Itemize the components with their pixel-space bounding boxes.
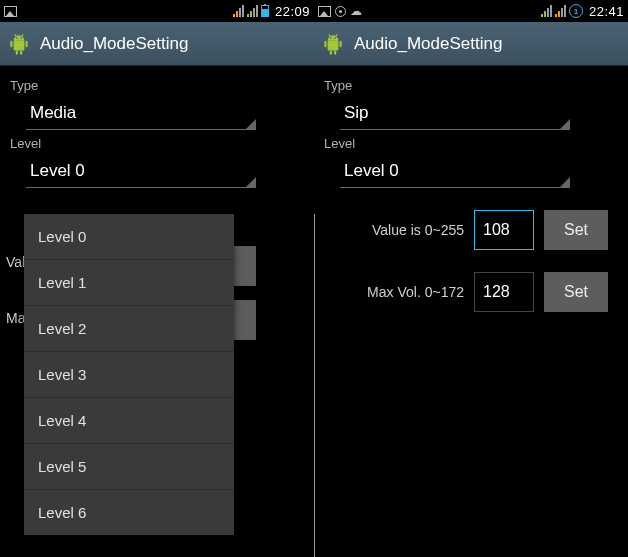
- svg-rect-0: [14, 40, 25, 50]
- dropdown-item[interactable]: Level 6: [24, 490, 234, 535]
- type-spinner[interactable]: Sip: [340, 97, 570, 130]
- type-label: Type: [324, 78, 620, 93]
- left-screenshot: 22:09 Audio_ModeSetting Type Media Level…: [0, 0, 314, 557]
- level-dropdown: Level 0 Level 1 Level 2 Level 3 Level 4 …: [24, 214, 234, 535]
- status-bar: ☁ 1 22:41: [314, 0, 628, 22]
- signal-icon: [233, 5, 244, 17]
- status-bar: 22:09: [0, 0, 314, 22]
- svg-line-14: [329, 34, 331, 36]
- android-icon: [320, 31, 346, 57]
- signal-icon-2: [555, 5, 566, 17]
- dropdown-item[interactable]: Level 4: [24, 398, 234, 444]
- set-button-peek-2: [232, 300, 256, 340]
- cloud-icon: ☁: [350, 4, 362, 18]
- right-screenshot: ☁ 1 22:41 Audio_ModeSetting Type Sip Lev…: [314, 0, 628, 557]
- picture-icon: [4, 6, 17, 17]
- title-bar: Audio_ModeSetting: [314, 22, 628, 66]
- level-value: Level 0: [344, 161, 399, 181]
- dropdown-item[interactable]: Level 0: [24, 214, 234, 260]
- picture-icon: [318, 6, 331, 17]
- svg-point-17: [334, 37, 336, 39]
- app-title: Audio_ModeSetting: [354, 34, 502, 54]
- type-value: Sip: [344, 103, 369, 123]
- svg-line-6: [22, 34, 24, 36]
- signal-icon-2: [247, 5, 258, 17]
- svg-rect-4: [20, 50, 22, 54]
- svg-point-7: [16, 37, 18, 39]
- chevron-down-icon: [246, 177, 256, 187]
- level-label: Level: [324, 136, 620, 151]
- svg-point-16: [330, 37, 332, 39]
- signal-icon: [541, 5, 552, 17]
- dropdown-item[interactable]: Level 1: [24, 260, 234, 306]
- title-bar: Audio_ModeSetting: [0, 22, 314, 66]
- data-usage-icon: 1: [569, 4, 583, 18]
- svg-rect-11: [340, 40, 342, 47]
- svg-line-5: [15, 34, 17, 36]
- svg-point-8: [20, 37, 22, 39]
- chevron-down-icon: [560, 177, 570, 187]
- svg-rect-9: [328, 40, 339, 50]
- chevron-down-icon: [246, 119, 256, 129]
- svg-rect-10: [324, 40, 326, 47]
- level-value: Level 0: [30, 161, 85, 181]
- svg-rect-2: [26, 40, 28, 47]
- svg-line-15: [336, 34, 338, 36]
- clock: 22:09: [275, 4, 310, 19]
- battery-icon: [261, 5, 269, 17]
- value-input[interactable]: [474, 210, 534, 250]
- svg-rect-13: [334, 50, 336, 54]
- dropdown-item[interactable]: Level 3: [24, 352, 234, 398]
- dropdown-item[interactable]: Level 2: [24, 306, 234, 352]
- level-spinner[interactable]: Level 0: [340, 155, 570, 188]
- value-label: Value is 0~255: [352, 222, 464, 238]
- clock: 22:41: [589, 4, 624, 19]
- svg-rect-1: [10, 40, 12, 47]
- svg-rect-3: [16, 50, 18, 54]
- maxvol-input[interactable]: [474, 272, 534, 312]
- set-button-peek: [232, 246, 256, 286]
- app-title: Audio_ModeSetting: [40, 34, 188, 54]
- dropdown-item[interactable]: Level 5: [24, 444, 234, 490]
- svg-rect-12: [330, 50, 332, 54]
- type-value: Media: [30, 103, 76, 123]
- maxvol-label: Max Vol. 0~172: [352, 284, 464, 300]
- type-label: Type: [10, 78, 306, 93]
- android-icon: [6, 31, 32, 57]
- set-value-button[interactable]: Set: [544, 210, 608, 250]
- target-icon: [335, 6, 346, 17]
- level-label: Level: [10, 136, 306, 151]
- type-spinner[interactable]: Media: [26, 97, 256, 130]
- screenshot-divider: [314, 214, 315, 557]
- chevron-down-icon: [560, 119, 570, 129]
- level-spinner[interactable]: Level 0: [26, 155, 256, 188]
- set-maxvol-button[interactable]: Set: [544, 272, 608, 312]
